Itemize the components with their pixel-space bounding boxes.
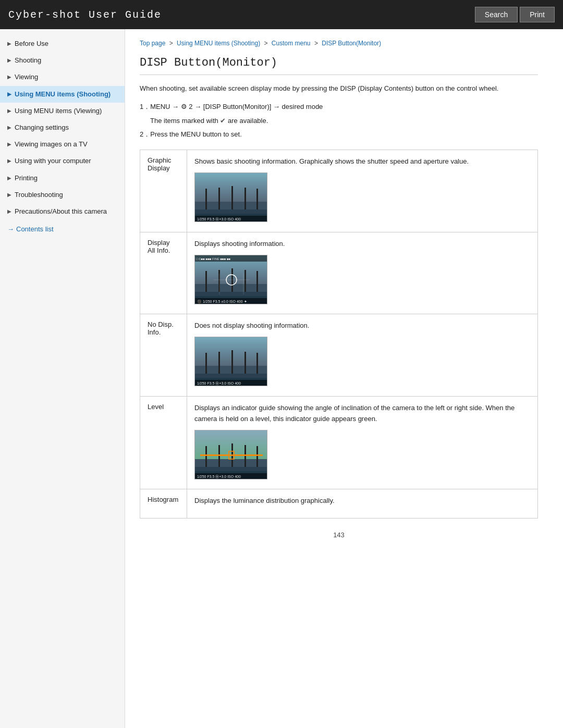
step-2: 2．Press the MENU button to set.	[140, 129, 538, 140]
svg-rect-14	[205, 271, 207, 292]
label-cell-histogram: Histogram	[140, 489, 187, 519]
steps: 1．MENU → ⚙ 2 → [DISP Button(Monitor)] → …	[140, 102, 538, 140]
arrow-icon: ▶	[7, 57, 11, 64]
breadcrumb-sep3: >	[314, 40, 320, 47]
cell-text: Displays an indicator guide showing the …	[194, 403, 530, 425]
cell-text: Shows basic shooting information. Graphi…	[194, 156, 530, 167]
step-1-sub: The items marked with ✔ are available.	[150, 116, 538, 127]
arrow-icon: ▶	[7, 40, 11, 47]
arrow-icon: ▶	[7, 124, 11, 131]
content-cell-histogram: Displays the luminance distribution grap…	[187, 489, 538, 519]
breadcrumb-sep: >	[169, 40, 175, 47]
arrow-icon: ▶	[7, 73, 11, 81]
arrow-icon: ▶	[7, 157, 11, 165]
label-cell-level: Level	[140, 396, 187, 489]
arrow-icon: ▶	[7, 208, 11, 215]
svg-rect-7	[256, 189, 258, 209]
breadcrumb-top[interactable]: Top page	[140, 40, 165, 47]
sidebar-item-viewing[interactable]: ▶ Viewing	[0, 69, 125, 85]
header-buttons: Search Print	[475, 7, 555, 22]
sidebar-item-shooting[interactable]: ▶ Shooting	[0, 52, 125, 69]
camera-preview-allinfo: □ C■■ ■■■ FINE ■■■ ■■ ⚫ 1/250 F3.5 ±0.0 …	[194, 255, 267, 304]
sidebar-item-using-menu-shooting[interactable]: ▶ Using MENU items (Shooting)	[0, 86, 125, 103]
cell-text: Displays the luminance distribution grap…	[194, 496, 530, 507]
svg-text:1/250  F3.5  ⓔ+3.0  ISO 400: 1/250 F3.5 ⓔ+3.0 ISO 400	[197, 217, 241, 221]
breadcrumb-sep2: >	[264, 40, 269, 47]
svg-rect-34	[244, 352, 246, 374]
sidebar-item-using-computer[interactable]: ▶ Using with your computer	[0, 153, 125, 169]
breadcrumb: Top page > Using MENU items (Shooting) >…	[140, 40, 538, 47]
label-cell-graphic: GraphicDisplay	[140, 150, 187, 232]
label-cell-allinfo: DisplayAll Info.	[140, 232, 187, 314]
layout: ▶ Before Use ▶ Shooting ▶ Viewing ▶ Usin…	[0, 29, 563, 728]
arrow-icon: ▶	[7, 91, 11, 98]
page-number: 143	[140, 531, 538, 539]
svg-rect-16	[231, 268, 233, 292]
content-cell-level: Displays an indicator guide showing the …	[187, 396, 538, 489]
sidebar-item-changing-settings[interactable]: ▶ Changing settings	[0, 119, 125, 136]
svg-rect-17	[244, 270, 246, 292]
table-row: DisplayAll Info. Displays shooting infor…	[140, 232, 538, 314]
svg-rect-31	[205, 353, 207, 374]
table-row: Histogram Displays the luminance distrib…	[140, 489, 538, 519]
svg-rect-5	[231, 186, 233, 209]
svg-rect-42	[205, 446, 207, 467]
sidebar-item-troubleshooting[interactable]: ▶ Troubleshooting	[0, 187, 125, 203]
svg-rect-4	[218, 188, 220, 209]
svg-rect-15	[218, 270, 220, 292]
breadcrumb-shooting[interactable]: Using MENU items (Shooting)	[177, 40, 260, 47]
check-icon: ✔	[220, 117, 226, 125]
svg-rect-35	[256, 353, 258, 374]
gear-icon: ⚙	[181, 103, 187, 110]
table-row: Level Displays an indicator guide showin…	[140, 396, 538, 489]
main-description: When shooting, set available screen disp…	[140, 83, 538, 94]
content-cell-nodisp: Does not display shooting information.	[187, 314, 538, 397]
camera-preview-graphic: 1/250 F3.5 ⓔ+3.0 ISO 400	[194, 172, 267, 222]
display-modes-table: GraphicDisplay Shows basic shooting info…	[140, 150, 538, 519]
arrow-icon: ▶	[7, 175, 11, 182]
svg-rect-32	[218, 352, 220, 374]
svg-text:□ C■■ ■■■ FINE ■■■    ■■: □ C■■ ■■■ FINE ■■■ ■■	[196, 257, 231, 261]
sidebar-item-printing[interactable]: ▶ Printing	[0, 170, 125, 187]
cell-text: Displays shooting information.	[194, 239, 530, 250]
content-cell-allinfo: Displays shooting information.	[187, 232, 538, 314]
contents-list-link[interactable]: → Contents list	[0, 220, 125, 238]
svg-rect-46	[256, 446, 258, 467]
sidebar: ▶ Before Use ▶ Shooting ▶ Viewing ▶ Usin…	[0, 29, 125, 728]
svg-rect-33	[231, 350, 233, 374]
sidebar-item-using-menu-viewing[interactable]: ▶ Using MENU items (Viewing)	[0, 103, 125, 119]
breadcrumb-current: DISP Button(Monitor)	[322, 40, 381, 47]
sidebar-item-viewing-images-tv[interactable]: ▶ Viewing images on a TV	[0, 136, 125, 153]
step-1: 1．MENU → ⚙ 2 → [DISP Button(Monitor)] → …	[140, 102, 538, 113]
arrow-icon: ▶	[7, 141, 11, 148]
table-row: GraphicDisplay Shows basic shooting info…	[140, 150, 538, 232]
camera-preview-nodisp: 1/250 F3.5 ⓔ+3.0 ISO 400	[194, 337, 267, 386]
search-button[interactable]: Search	[475, 7, 518, 22]
sidebar-item-before-use[interactable]: ▶ Before Use	[0, 35, 125, 52]
page-title: DISP Button(Monitor)	[140, 56, 538, 75]
app-title: Cyber-shot User Guide	[8, 9, 162, 21]
sidebar-item-precautions[interactable]: ▶ Precautions/About this camera	[0, 203, 125, 220]
camera-preview-level: 1/250 F3.5 ⓔ+3.0 ISO 400	[194, 430, 267, 479]
svg-rect-18	[256, 271, 258, 292]
breadcrumb-custom[interactable]: Custom menu	[272, 40, 311, 47]
svg-text:⚫ 1/250  F3.5  ±0.0  ISO 400  : ⚫ 1/250 F3.5 ±0.0 ISO 400 ✦	[197, 299, 247, 304]
label-cell-nodisp: No Disp.Info.	[140, 314, 187, 397]
svg-rect-3	[205, 189, 207, 209]
svg-text:1/250  F3.5  ⓔ+3.0  ISO 400: 1/250 F3.5 ⓔ+3.0 ISO 400	[197, 475, 241, 478]
main-content: Top page > Using MENU items (Shooting) >…	[125, 29, 553, 728]
arrow-right-icon: →	[7, 225, 14, 233]
content-cell-graphic: Shows basic shooting information. Graphi…	[187, 150, 538, 232]
table-row: No Disp.Info. Does not display shooting …	[140, 314, 538, 397]
svg-rect-48	[200, 454, 263, 456]
header: Cyber-shot User Guide Search Print	[0, 0, 563, 29]
arrow-icon: ▶	[7, 191, 11, 199]
svg-rect-6	[244, 188, 246, 209]
arrow-icon: ▶	[7, 107, 11, 115]
svg-text:1/250  F3.5  ⓔ+3.0  ISO 400: 1/250 F3.5 ⓔ+3.0 ISO 400	[197, 381, 241, 385]
cell-text: Does not display shooting information.	[194, 320, 530, 331]
print-button[interactable]: Print	[520, 7, 555, 22]
